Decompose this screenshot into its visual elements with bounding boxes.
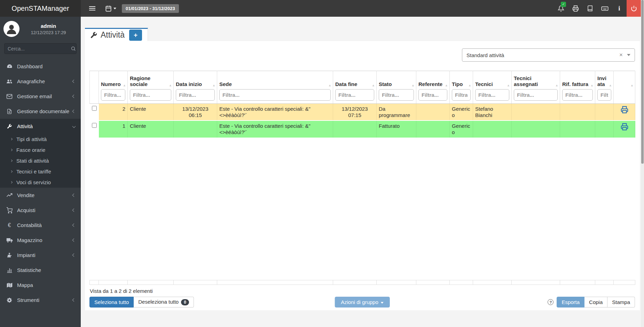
wrench-icon xyxy=(90,31,97,39)
sidebar-item-gestione-email[interactable]: Gestione email xyxy=(0,89,81,104)
filter-input-inviata[interactable] xyxy=(597,89,611,101)
export-button[interactable]: Esporta xyxy=(557,297,584,307)
select-all-button[interactable]: Seleziona tutto xyxy=(89,297,134,307)
tab-attivita[interactable]: Attività + xyxy=(85,28,148,41)
logout-button[interactable] xyxy=(627,0,641,17)
column-header-stato[interactable]: Stato ▲ xyxy=(377,71,416,104)
main-content: Attività + Standard attività × xyxy=(81,17,644,327)
add-activity-button[interactable]: + xyxy=(129,30,142,41)
help-icon[interactable]: ? xyxy=(548,299,553,305)
column-header-rif-fattura[interactable]: Rif. fattura ▲ xyxy=(560,71,595,104)
page: OpenSTAManager 01/01/2023 - 31/12/2023 ✓ xyxy=(0,0,644,327)
scrollbar-thumb[interactable] xyxy=(641,0,644,164)
chevron-right-icon xyxy=(10,138,13,140)
copy-button[interactable]: Copia xyxy=(584,297,607,307)
column-header-data-fine[interactable]: Data fine ▲ xyxy=(333,71,377,104)
sidebar-item-mappa[interactable]: Mappa xyxy=(0,278,81,293)
column-header-ragione-sociale[interactable]: Ragione sociale ▲ xyxy=(128,71,174,104)
column-header-tecnici-assegnati[interactable]: Tecnici assegnati ▲ xyxy=(512,71,560,104)
column-header-data-inizio[interactable]: Data inizio ▲ xyxy=(174,71,217,104)
filter-input-tipo[interactable] xyxy=(452,89,471,101)
sidebar-subitem-tecnici-e-tariffe[interactable]: Tecnici e tariffe xyxy=(0,166,81,177)
cell-rif-fattura xyxy=(560,104,595,121)
filter-input-tecnici[interactable] xyxy=(475,89,509,101)
table-row[interactable]: 1 Cliente Este - Via controllo caratteri… xyxy=(90,120,635,138)
print-button[interactable] xyxy=(568,0,583,17)
filter-input-data-inizio[interactable] xyxy=(176,89,215,101)
panel: Standard attività × Numero ▲ xyxy=(85,41,640,310)
header-select-column xyxy=(90,71,99,104)
sidebar-item-magazzino[interactable]: Magazzino xyxy=(0,233,81,248)
column-header-referente[interactable]: Referente ▲ xyxy=(416,71,450,104)
cell-tecnici xyxy=(473,120,512,138)
print-row-icon[interactable] xyxy=(621,123,628,131)
column-header-tipo[interactable]: Tipo ▲ xyxy=(450,71,473,104)
sort-arrow-icon: ▲ xyxy=(328,84,331,87)
sidebar-item-anagrafiche[interactable]: Anagrafiche xyxy=(0,74,81,89)
hamburger-icon xyxy=(89,6,95,10)
docs-button[interactable] xyxy=(583,0,597,17)
filter-input-numero[interactable] xyxy=(101,89,125,101)
sidebar-subitem-voci-di-servizio[interactable]: Voci di servizio xyxy=(0,177,81,188)
row-checkbox[interactable] xyxy=(92,106,97,111)
machine-icon xyxy=(6,252,13,258)
filter-input-sede[interactable] xyxy=(219,89,331,101)
filter-input-data-fine[interactable] xyxy=(335,89,374,101)
table-footer xyxy=(89,280,635,285)
avatar[interactable] xyxy=(3,21,19,37)
info-button[interactable]: i xyxy=(612,0,627,17)
app-logo[interactable]: OpenSTAManager xyxy=(0,0,81,17)
page-scrollbar[interactable] xyxy=(641,0,644,327)
column-header-actions[interactable]: ▲ xyxy=(614,71,635,104)
chevron-left-icon xyxy=(72,254,76,257)
chevron-right-icon xyxy=(10,149,13,151)
filter-input-rif-fattura[interactable] xyxy=(562,89,593,101)
sidebar-subitem-stati-di-attivita[interactable]: Stati di attività xyxy=(0,155,81,166)
calendar-dropdown[interactable] xyxy=(105,5,116,12)
sort-arrow-icon: ▲ xyxy=(468,84,471,87)
sidebar-item-statistiche[interactable]: Statistiche xyxy=(0,263,81,278)
chevron-right-icon xyxy=(10,170,13,173)
column-header-tecnici[interactable]: Tecnici ▲ xyxy=(473,71,512,104)
deselect-count-badge: 0 xyxy=(181,299,189,305)
search-input[interactable] xyxy=(8,46,71,52)
search-icon[interactable] xyxy=(71,46,76,51)
filter-input-ragione-sociale[interactable] xyxy=(130,89,171,101)
column-header-inviata[interactable]: Inviata ▲ xyxy=(595,71,614,104)
filter-input-tecnici-assegnati[interactable] xyxy=(514,89,558,101)
notifications-button[interactable]: ✓ xyxy=(553,0,568,17)
group-actions-button[interactable]: Azioni di gruppo xyxy=(335,297,390,307)
sidebar-item-gestione-documentale[interactable]: Gestione documentale xyxy=(0,104,81,119)
activity-type-select[interactable]: Standard attività × xyxy=(462,48,635,62)
print-row-icon[interactable] xyxy=(621,106,628,114)
date-range-badge[interactable]: 01/01/2023 - 31/12/2023 xyxy=(122,4,179,13)
sidebar-item-dashboard[interactable]: Dashboard xyxy=(0,59,81,74)
select-clear-icon[interactable]: × xyxy=(615,52,627,59)
sidebar-item-contabilita[interactable]: € Contabilità xyxy=(0,218,81,233)
sidebar-item-impianti[interactable]: Impianti xyxy=(0,248,81,263)
sidebar-subitem-fasce-orarie[interactable]: Fasce orarie xyxy=(0,145,81,155)
filter-input-referente[interactable] xyxy=(418,89,447,101)
row-checkbox[interactable] xyxy=(92,123,97,128)
column-header-sede[interactable]: Sede ▲ xyxy=(217,71,333,104)
deselect-all-button[interactable]: Deseleziona tutto0 xyxy=(134,297,194,307)
sidebar-subitem-tipi-di-attivita[interactable]: Tipi di attività xyxy=(0,134,81,145)
shortcuts-button[interactable] xyxy=(597,0,612,17)
chevron-right-icon xyxy=(10,159,13,162)
sort-arrow-icon: ▲ xyxy=(555,84,558,87)
sidebar-toggle-button[interactable] xyxy=(87,3,97,14)
table-info: Vista da 1 a 2 di 2 elementi xyxy=(90,288,635,294)
sort-arrow-icon: ▲ xyxy=(212,84,215,87)
print-table-button[interactable]: Stampa xyxy=(607,297,635,307)
sidebar-item-vendite[interactable]: Vendite xyxy=(0,188,81,203)
sort-arrow-icon: ▲ xyxy=(123,84,126,87)
cell-referente xyxy=(416,104,450,121)
filter-input-stato[interactable] xyxy=(379,89,414,101)
sort-arrow-icon: ▲ xyxy=(609,84,612,87)
table-row[interactable]: 2 Cliente 13/12/2023 06:15 Este - Via co… xyxy=(90,104,635,121)
sidebar-item-attivita[interactable]: Attività xyxy=(0,119,81,134)
sidebar-item-strumenti[interactable]: Strumenti xyxy=(0,293,81,307)
sidebar-item-acquisti[interactable]: Acquisti xyxy=(0,203,81,218)
topbar: OpenSTAManager 01/01/2023 - 31/12/2023 ✓ xyxy=(0,0,644,17)
column-header-numero[interactable]: Numero ▲ xyxy=(99,71,128,104)
